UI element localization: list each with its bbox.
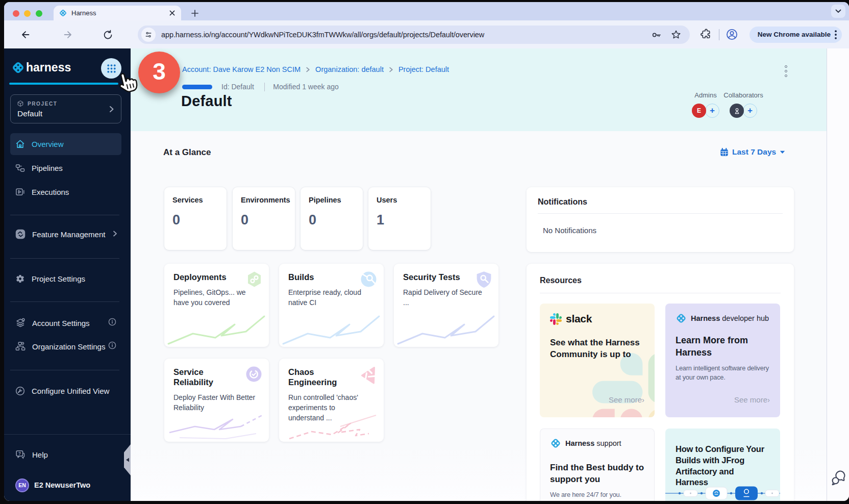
sidebar-user[interactable]: EN E2 NewuserTwo bbox=[10, 475, 121, 495]
deployments-decoration bbox=[164, 311, 269, 347]
sidebar-item-label: Help bbox=[32, 450, 48, 459]
chat-support-button[interactable] bbox=[831, 470, 847, 488]
url-bar[interactable]: app.harness.io/ng/account/YWdkwNPiTceDUK… bbox=[138, 26, 690, 44]
sidebar-item-help[interactable]: ? Help bbox=[10, 444, 121, 465]
resources-divider bbox=[540, 293, 781, 293]
support-description: We are here 24/7 for you. bbox=[550, 490, 644, 499]
profile-icon[interactable] bbox=[726, 28, 738, 41]
layers-icon bbox=[15, 318, 26, 328]
wrench-icon bbox=[15, 386, 25, 396]
collaborators-group: Collaborators + bbox=[720, 91, 766, 118]
browser-tab[interactable]: Harness bbox=[54, 6, 181, 20]
page-title: Default bbox=[181, 93, 232, 110]
maximize-window-button[interactable] bbox=[36, 10, 42, 17]
sidebar-item-label: Account Settings bbox=[32, 319, 90, 327]
module-card-service-reliability[interactable]: Service Reliability Deploy Faster With B… bbox=[164, 359, 269, 442]
breadcrumb-organization-link[interactable]: Organization: default bbox=[315, 65, 384, 73]
executions-icon bbox=[15, 187, 25, 197]
sidebar-collapse-handle[interactable] bbox=[124, 444, 131, 475]
project-selector[interactable]: PROJECT Default bbox=[10, 94, 121, 123]
project-color-bar[interactable] bbox=[182, 85, 212, 89]
resource-card-slack[interactable]: slack See what the Harness Community is … bbox=[540, 304, 655, 417]
support-brand: Harness support bbox=[565, 439, 621, 447]
sidebar-item-feature-management[interactable]: Feature Management bbox=[10, 224, 121, 244]
module-card-deployments[interactable]: Deployments Pipelines, GitOps... we have… bbox=[164, 264, 269, 347]
info-icon[interactable] bbox=[108, 341, 116, 351]
module-card-builds[interactable]: Builds Enterprise ready, cloud native CI bbox=[279, 264, 384, 347]
chat-bubbles-icon bbox=[831, 470, 847, 486]
stat-label: Pipelines bbox=[309, 196, 355, 204]
project-options-kebab[interactable] bbox=[785, 65, 787, 77]
sidebar-item-overview[interactable]: Overview bbox=[10, 133, 121, 155]
reload-icon[interactable] bbox=[101, 28, 114, 41]
security-decoration bbox=[394, 311, 498, 347]
stat-card-services[interactable]: Services 0 bbox=[164, 187, 227, 250]
date-range-picker[interactable]: Last 7 Days bbox=[720, 147, 785, 157]
password-key-icon[interactable] bbox=[651, 29, 662, 41]
stat-label: Environments bbox=[241, 196, 287, 204]
sidebar-item-pipelines[interactable]: Pipelines bbox=[10, 158, 121, 178]
back-icon[interactable] bbox=[19, 28, 32, 41]
site-info-icon[interactable] bbox=[141, 28, 156, 42]
forward-icon[interactable] bbox=[61, 28, 74, 41]
project-id: Id: Default bbox=[221, 83, 254, 91]
sidebar-bottom-separator bbox=[4, 434, 131, 435]
breadcrumb-account-link[interactable]: Account: Dave Karow E2 Non SCIM bbox=[182, 65, 301, 73]
sidebar-item-label: Configure Unified View bbox=[32, 387, 109, 395]
notifications-empty-text: No Notifications bbox=[543, 226, 783, 235]
developer-hub-see-more-link[interactable]: See more› bbox=[734, 395, 770, 404]
project-chevron-right-icon bbox=[108, 106, 115, 115]
bookmark-star-icon[interactable] bbox=[670, 29, 682, 40]
stat-label: Services bbox=[172, 196, 218, 204]
sidebar-item-label: Overview bbox=[32, 140, 64, 148]
collaborator-avatar[interactable] bbox=[730, 104, 744, 118]
org-settings-icon bbox=[15, 341, 26, 351]
home-icon bbox=[15, 139, 25, 149]
sidebar-item-executions[interactable]: Executions bbox=[10, 182, 121, 202]
sidebar-item-project-settings[interactable]: Project Settings bbox=[10, 268, 121, 289]
sidebar-item-configure-unified-view[interactable]: Configure Unified View bbox=[10, 381, 121, 401]
chevron-right-icon bbox=[306, 67, 310, 72]
slack-see-more-link[interactable]: See more› bbox=[609, 395, 644, 404]
chrome-update-button[interactable]: New Chrome available bbox=[750, 27, 842, 43]
tab-search-chevron-button[interactable] bbox=[831, 5, 845, 18]
add-admin-button[interactable]: + bbox=[705, 104, 719, 118]
harness-logo-icon bbox=[550, 438, 561, 449]
stat-card-environments[interactable]: Environments 0 bbox=[233, 187, 295, 250]
svg-text:?: ? bbox=[18, 451, 21, 456]
stat-card-pipelines[interactable]: Pipelines 0 bbox=[301, 187, 363, 250]
module-title: Builds bbox=[288, 272, 360, 282]
sidebar-accent-line bbox=[9, 83, 118, 85]
sidebar-divider bbox=[10, 215, 119, 215]
extensions-icon[interactable] bbox=[700, 29, 712, 40]
feature-management-icon bbox=[15, 229, 26, 239]
url-text[interactable]: app.harness.io/ng/account/YWdkwNPiTceDUK… bbox=[161, 31, 651, 39]
security-tests-icon bbox=[476, 271, 492, 288]
sidebar-divider bbox=[10, 370, 119, 370]
chrome-update-label: New Chrome available bbox=[758, 31, 831, 38]
sidebar-item-label: Feature Management bbox=[32, 230, 105, 239]
project-selector-label: PROJECT bbox=[28, 101, 57, 107]
browser-menu-kebab-icon[interactable] bbox=[835, 30, 837, 39]
admin-avatar[interactable]: E bbox=[692, 104, 706, 118]
sidebar-item-account-settings[interactable]: Account Settings bbox=[10, 313, 121, 333]
close-window-button[interactable] bbox=[13, 10, 19, 17]
browser-toolbar: app.harness.io/ng/account/YWdkwNPiTceDUK… bbox=[4, 20, 849, 48]
module-card-security-tests[interactable]: Security Tests Rapid Delivery of Secure … bbox=[394, 264, 498, 347]
new-tab-button[interactable] bbox=[189, 7, 201, 19]
caret-down-icon bbox=[780, 150, 785, 154]
developer-hub-description: Learn intelligent software delivery at y… bbox=[676, 364, 770, 382]
minimize-window-button[interactable] bbox=[24, 10, 31, 17]
module-card-chaos-engineering[interactable]: Chaos Engineering Run controlled 'chaos'… bbox=[279, 359, 384, 442]
stat-card-users[interactable]: Users 1 bbox=[368, 187, 431, 250]
resource-card-developer-hub[interactable]: Harness developer hub Learn More from Ha… bbox=[665, 304, 780, 417]
tab-close-icon[interactable] bbox=[168, 9, 176, 17]
breadcrumb-project-link[interactable]: Project: Default bbox=[398, 65, 449, 73]
resource-card-support[interactable]: Harness support Find the Best buddy to s… bbox=[540, 429, 655, 501]
sidebar-item-label: Pipelines bbox=[32, 164, 63, 172]
info-icon[interactable] bbox=[108, 318, 116, 328]
sidebar-item-organization-settings[interactable]: Organization Settings bbox=[10, 336, 121, 357]
add-collaborator-button[interactable]: + bbox=[743, 104, 757, 118]
resource-card-jfrog[interactable]: How to Configure Your Builds with JFrog … bbox=[665, 429, 780, 501]
resources-panel: Resources slack See what the Harness Com… bbox=[527, 264, 794, 501]
